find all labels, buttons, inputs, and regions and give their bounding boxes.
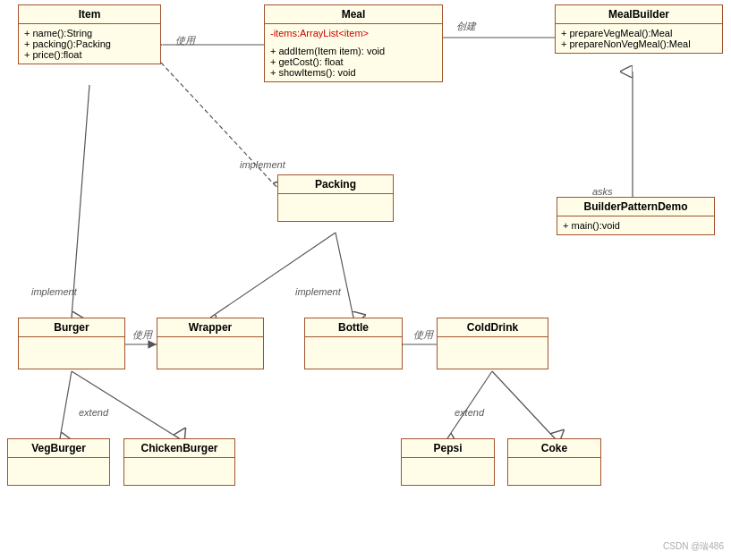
class-vegburger-header: VegBurger (8, 439, 109, 458)
class-pepsi-body (402, 458, 494, 485)
class-colddrink-body (438, 337, 548, 369)
class-chickenburger-header: ChickenBurger (124, 439, 234, 458)
svg-line-10 (336, 233, 353, 318)
watermark: CSDN @瑞486 (663, 540, 724, 553)
label-chuangjian: 创建 (456, 20, 476, 33)
label-extend-1: extend (79, 407, 108, 418)
class-pepsi-header: Pepsi (402, 439, 494, 458)
label-implement-3: implement (295, 286, 341, 297)
class-item: Item + name():String + packing():Packing… (18, 4, 161, 64)
svg-line-15 (60, 371, 72, 438)
svg-line-8 (72, 85, 89, 318)
label-implement-2: implement (31, 286, 77, 297)
label-extend-2: extend (455, 407, 484, 418)
class-chickenburger: ChickenBurger (123, 438, 235, 486)
class-mealbuilder: MealBuilder + prepareVegMeal():Meal + pr… (555, 4, 723, 54)
class-wrapper-header: Wrapper (157, 318, 263, 337)
class-colddrink: ColdDrink (437, 318, 548, 369)
svg-line-18 (492, 371, 555, 438)
label-asks: asks (592, 186, 613, 197)
class-meal: Meal -items:ArrayList<item> + addItem(It… (264, 4, 443, 82)
class-chickenburger-body (124, 458, 234, 485)
label-implement-1: implement (240, 159, 285, 170)
class-bottle-body (305, 337, 402, 369)
class-mealbuilder-body: + prepareVegMeal():Meal + prepareNonVegM… (556, 24, 722, 53)
class-meal-body-top: -items:ArrayList<item> (265, 24, 442, 42)
svg-line-9 (210, 233, 336, 318)
label-shiyong-2: 使用 (132, 328, 152, 342)
svg-line-16 (72, 371, 179, 438)
class-burger-header: Burger (19, 318, 124, 337)
class-coke: Coke (507, 438, 601, 486)
label-shiyong-3: 使用 (413, 328, 433, 342)
class-builderpattern-body: + main():void (557, 216, 714, 234)
class-coke-body (508, 458, 600, 485)
class-packing-header: Packing (278, 175, 393, 194)
class-builderpattern: BuilderPatternDemo + main():void (557, 197, 715, 235)
class-colddrink-header: ColdDrink (438, 318, 548, 337)
svg-line-17 (447, 371, 492, 438)
label-shiyong-1: 使用 (175, 34, 195, 47)
class-burger: Burger (18, 318, 125, 369)
class-meal-header: Meal (265, 5, 442, 24)
diagram-container: Item + name():String + packing():Packing… (0, 0, 731, 560)
class-coke-header: Coke (508, 439, 600, 458)
class-item-header: Item (19, 5, 160, 24)
class-packing-body (278, 194, 393, 221)
class-mealbuilder-header: MealBuilder (556, 5, 722, 24)
class-vegburger-body (8, 458, 109, 485)
class-vegburger: VegBurger (7, 438, 110, 486)
class-bottle: Bottle (304, 318, 403, 369)
class-wrapper-body (157, 337, 263, 369)
class-packing: Packing (277, 174, 394, 222)
class-bottle-header: Bottle (305, 318, 402, 337)
class-item-body: + name():String + packing():Packing + pr… (19, 24, 160, 64)
class-meal-body-bottom: + addItem(Item item): void + getCost(): … (265, 42, 442, 81)
class-builderpattern-header: BuilderPatternDemo (557, 198, 714, 216)
class-pepsi: Pepsi (401, 438, 495, 486)
class-burger-body (19, 337, 124, 369)
class-wrapper: Wrapper (157, 318, 264, 369)
